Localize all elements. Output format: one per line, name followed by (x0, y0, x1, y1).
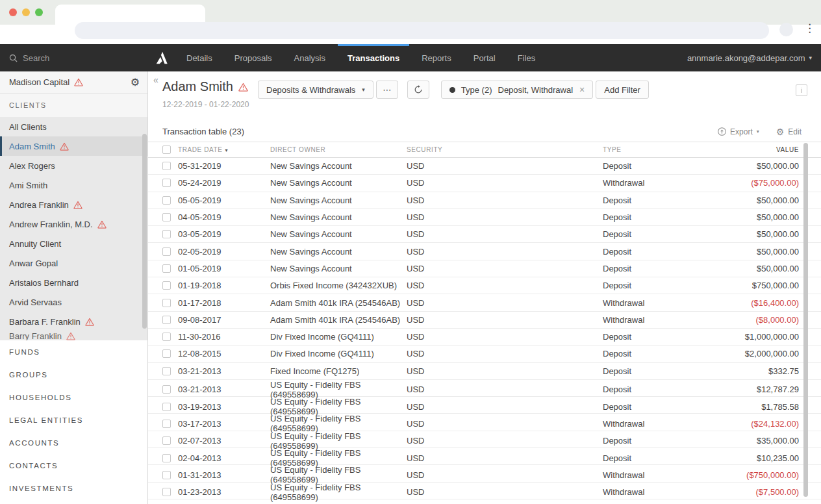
sidebar-section[interactable]: INVESTMENTS (0, 477, 147, 499)
window-controls[interactable] (9, 8, 43, 16)
select-all-checkbox[interactable] (162, 145, 171, 154)
more-options-button[interactable]: ⋯ (376, 81, 398, 99)
column-header-security[interactable]: SECURITY (407, 146, 603, 153)
sidebar-client-item[interactable]: Arvid Servaas (0, 292, 147, 312)
table-row[interactable]: 03-21-2013 Fixed Income (FQ1275) USD Dep… (148, 363, 821, 380)
sidebar-client-item[interactable]: Andrea Franklin (0, 195, 147, 214)
row-checkbox[interactable] (162, 436, 171, 445)
row-checkbox[interactable] (162, 299, 171, 307)
nav-tab[interactable]: Files (507, 44, 546, 71)
row-checkbox[interactable] (162, 420, 171, 428)
sidebar-client-item[interactable]: Andrew Franklin, M.D. (0, 214, 147, 234)
table-row[interactable]: 05-31-2019 New Savings Account USD Depos… (148, 158, 821, 175)
table-row[interactable]: 01-19-2018 Orbis Fixed Income (342432XUB… (148, 277, 821, 294)
nav-tab[interactable]: Details (175, 44, 223, 71)
sidebar-client-item[interactable]: Anwar Gopal (0, 253, 147, 273)
zoom-window-button[interactable] (35, 8, 43, 16)
table-row[interactable]: 12-08-2015 Div Fixed Income (GQ4111) USD… (148, 346, 821, 362)
account-menu[interactable]: annmarie.akong@addepar.com ▾ (687, 44, 821, 71)
row-checkbox[interactable] (162, 349, 171, 358)
table-row[interactable]: 05-24-2019 New Savings Account USD Withd… (148, 175, 821, 192)
addepar-logo[interactable] (148, 44, 175, 71)
sidebar-client-item[interactable]: Adam Smith (0, 136, 147, 156)
row-checkbox[interactable] (162, 162, 171, 170)
row-checkbox[interactable] (162, 316, 171, 324)
global-search[interactable]: Search (0, 44, 148, 71)
edit-button[interactable]: ⚙ Edit (776, 127, 802, 136)
search-icon (9, 54, 18, 62)
row-checkbox[interactable] (162, 385, 171, 394)
column-header-direct-owner[interactable]: DIRECT OWNER (270, 146, 407, 153)
filter-chip[interactable]: Type (2) Deposit, Withdrawal × (441, 81, 593, 99)
settings-gear-icon[interactable]: ⚙ (131, 77, 140, 88)
org-name[interactable]: Madison Capital (9, 77, 69, 87)
info-button[interactable]: i (796, 84, 807, 96)
minimize-window-button[interactable] (22, 8, 30, 16)
table-row[interactable]: 09-08-2017 Adam Smith 401k IRA (254546AB… (148, 312, 821, 329)
row-checkbox[interactable] (162, 196, 171, 205)
table-scrollbar[interactable] (803, 143, 808, 497)
table-row[interactable]: 04-05-2019 New Savings Account USD Depos… (148, 209, 821, 226)
row-checkbox[interactable] (162, 247, 171, 256)
nav-tab[interactable]: Analysis (283, 44, 336, 71)
row-checkbox[interactable] (162, 230, 171, 238)
row-checkbox[interactable] (162, 367, 171, 375)
close-window-button[interactable] (9, 8, 17, 16)
sidebar-section[interactable]: HOUSEHOLDS (0, 386, 147, 409)
sidebar-client-item[interactable]: Barry Franklin (0, 331, 147, 340)
nav-tab[interactable]: Proposals (223, 44, 283, 71)
row-checkbox[interactable] (162, 403, 171, 411)
row-checkbox[interactable] (162, 264, 171, 273)
table-row[interactable]: 02-04-2013 US Equity - Fidelity FBS (649… (148, 448, 821, 465)
table-row[interactable]: 01-23-2013 US Equity - Fidelity FBS (649… (148, 483, 821, 499)
view-dropdown[interactable]: Deposits & Withdrawals ▾ (258, 81, 373, 99)
sidebar-section[interactable]: CONTACTS (0, 454, 147, 477)
sidebar-section[interactable]: ACCOUNTS (0, 431, 147, 454)
table-row[interactable]: 03-19-2013 US Equity - Fidelity FBS (649… (148, 397, 821, 414)
row-checkbox[interactable] (162, 281, 171, 290)
table-row[interactable]: 02-07-2013 US Equity - Fidelity FBS (649… (148, 431, 821, 448)
table-row[interactable]: 05-05-2019 New Savings Account USD Depos… (148, 192, 821, 209)
table-row[interactable]: 01-17-2018 Adam Smith 401k IRA (254546AB… (148, 294, 821, 311)
row-checkbox[interactable] (162, 213, 171, 221)
column-header-type[interactable]: TYPE (603, 146, 776, 153)
table-row[interactable]: 01-05-2019 New Savings Account USD Depos… (148, 260, 821, 277)
add-filter-button[interactable]: Add Filter (596, 81, 649, 99)
sidebar-client-item[interactable]: Alex Rogers (0, 156, 147, 175)
client-list-scrollbar[interactable] (142, 134, 147, 329)
browser-profile-avatar[interactable] (779, 23, 793, 36)
address-bar[interactable] (75, 22, 769, 39)
row-checkbox[interactable] (162, 333, 171, 341)
table-row[interactable]: 02-05-2019 New Savings Account USD Depos… (148, 243, 821, 260)
nav-tab[interactable]: Transactions (336, 44, 410, 71)
sidebar-section[interactable]: LEGAL ENTITIES (0, 409, 147, 431)
table-row[interactable]: 01-31-2013 US Equity - Fidelity FBS (649… (148, 465, 821, 482)
table-row[interactable]: 11-30-2016 Div Fixed Income (GQ4111) USD… (148, 329, 821, 346)
date-range[interactable]: 12-22-2019 - 01-22-2020 (162, 100, 249, 109)
sidebar-section[interactable]: GROUPS (0, 363, 147, 386)
sidebar-client-item[interactable]: All Clients (0, 117, 147, 136)
export-button[interactable]: Export ▾ (718, 127, 759, 136)
table-row[interactable]: 03-21-2013 US Equity - Fidelity FBS (649… (148, 380, 821, 397)
sidebar-section[interactable]: FUNDS (0, 340, 147, 363)
sidebar-client-item[interactable]: Annuity Client (0, 234, 147, 253)
nav-tab[interactable]: Reports (410, 44, 462, 71)
cell-trade-date: 01-17-2018 (178, 298, 270, 308)
browser-menu-icon[interactable]: ⋮ (804, 21, 815, 35)
cell-security: USD (407, 229, 603, 239)
remove-filter-icon[interactable]: × (579, 84, 585, 95)
row-checkbox[interactable] (162, 471, 171, 479)
row-checkbox[interactable] (162, 179, 171, 187)
sidebar-client-item[interactable]: Ami Smith (0, 175, 147, 195)
column-header-value[interactable]: VALUE (776, 146, 799, 153)
sidebar-client-item[interactable]: Barbara F. Franklin (0, 312, 147, 331)
sidebar-client-item[interactable]: Aristaios Bernhard (0, 273, 147, 292)
row-checkbox[interactable] (162, 488, 171, 496)
table-row[interactable]: 03-05-2019 New Savings Account USD Depos… (148, 226, 821, 243)
refresh-button[interactable] (407, 81, 429, 99)
column-header-trade-date[interactable]: TRADE DATE▾ (178, 146, 270, 153)
row-checkbox[interactable] (162, 454, 171, 462)
nav-tab[interactable]: Portal (462, 44, 507, 71)
table-row[interactable]: 03-17-2013 US Equity - Fidelity FBS (649… (148, 414, 821, 431)
warning-icon (97, 220, 107, 229)
